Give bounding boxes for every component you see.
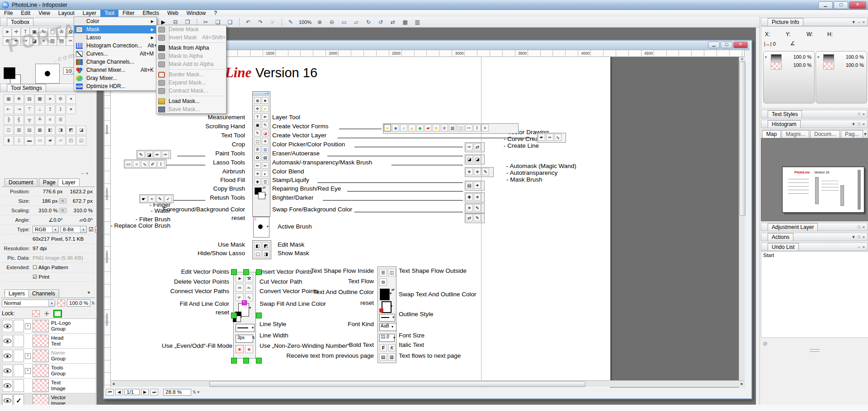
tool-icon[interactable]: ☀ <box>466 204 473 211</box>
menu-window[interactable]: Window <box>183 10 210 17</box>
align-tool-icon[interactable]: ⊤ <box>24 105 34 114</box>
tool-icon[interactable]: ✎ <box>482 168 489 175</box>
align-tool-icon[interactable]: ◱ <box>76 136 86 145</box>
next-page-icon[interactable]: ▶ <box>141 389 149 395</box>
align-tool-icon[interactable]: ▩ <box>35 94 45 104</box>
menu-file[interactable]: File <box>0 10 17 17</box>
tool-icon[interactable]: ✓ <box>165 195 172 202</box>
active-brush-box[interactable]: 5▾ <box>253 217 269 238</box>
tool-icon[interactable]: ✿ <box>254 154 261 161</box>
align-tool-icon[interactable]: ◨ <box>56 126 66 135</box>
align-tool-icon[interactable]: ▾ <box>66 105 76 114</box>
receive-text-icon[interactable]: ▤ <box>379 353 387 361</box>
menu-help[interactable]: ? <box>210 10 221 17</box>
splitter-handle[interactable] <box>810 349 820 352</box>
context-help-icon[interactable]: ☞ <box>267 17 278 27</box>
toolbox-tool-icon[interactable]: ✎ <box>39 28 48 37</box>
tab-document[interactable]: Document <box>5 178 38 186</box>
undo-icon[interactable]: ↶ <box>242 17 254 27</box>
align-tool-icon[interactable]: ╣ <box>14 115 24 125</box>
selection-handle[interactable] <box>243 269 249 275</box>
lock-transparency-icon[interactable] <box>32 310 40 317</box>
close-button[interactable]: ✕ <box>849 1 866 9</box>
active-brush-preview[interactable] <box>35 64 60 84</box>
tool-icon[interactable]: ✳ <box>466 168 473 175</box>
tool-icon[interactable]: ▣ <box>254 121 261 128</box>
align-tool-icon[interactable]: ◧ <box>45 126 55 135</box>
zoom-in-icon[interactable]: ⊕ <box>314 17 326 27</box>
selection-handle[interactable] <box>256 269 262 275</box>
layer-select-cell[interactable] <box>14 364 24 377</box>
spinner-icon[interactable]: ⇅ <box>252 336 255 340</box>
align-tool-icon[interactable]: ➤ <box>45 94 55 104</box>
tool-icon[interactable]: ◪ <box>474 155 481 163</box>
outline-style-select[interactable]: ▾ <box>379 314 395 322</box>
layer-visible-cell[interactable] <box>2 320 13 332</box>
undo-item[interactable]: Start <box>761 252 868 259</box>
align-tool-icon[interactable]: ◪ <box>76 126 86 135</box>
flip-icon[interactable]: ⇄ <box>387 17 399 27</box>
text-color-well[interactable] <box>380 289 390 300</box>
close-panel-icon[interactable]: × <box>863 112 865 117</box>
vector-form-icon[interactable]: ● <box>400 124 407 131</box>
horizontal-scrollbar[interactable]: ◀▶ <box>111 380 745 387</box>
blend-mode-select[interactable]: Normal▾ <box>2 299 55 307</box>
use-mask-icon[interactable]: ◧ <box>254 242 261 249</box>
align-tool-icon[interactable]: ⚙ <box>56 94 66 104</box>
align-tool-icon[interactable]: ▨ <box>24 94 34 104</box>
navigator-tab-magni[interactable]: Magni... <box>782 130 809 138</box>
mask-menu-item-mask-to-alpha[interactable]: Mask to Alpha <box>156 52 226 60</box>
tool-icon[interactable]: ⌇ <box>157 160 165 168</box>
zoom-spinner[interactable]: ⇅ <box>193 390 196 394</box>
dropdown-icon[interactable]: ▾ <box>392 325 393 329</box>
toolbox-tool-icon[interactable]: ▣ <box>30 28 39 37</box>
tool-icon[interactable]: ▤ <box>466 182 473 189</box>
tool-icon[interactable]: ◐ <box>262 170 269 177</box>
navigator-tab-map[interactable]: Map <box>762 130 781 138</box>
textflow-next-icon[interactable]: ▥ <box>388 353 396 361</box>
magenta-handle[interactable]: + <box>242 300 247 305</box>
text-flow-inside-icon[interactable]: ☰ <box>379 269 387 276</box>
edit-mask-icon[interactable]: ◩ <box>262 242 269 249</box>
font-size-select[interactable]: 11.0 <box>379 334 395 342</box>
prev-page-icon[interactable]: ◀ <box>115 389 123 395</box>
tool-icon[interactable]: ⇄ <box>474 143 481 150</box>
layer-select-cell[interactable] <box>14 335 24 347</box>
align-tool-icon[interactable]: ⇥ <box>14 105 24 114</box>
vector-form-icon[interactable]: ● <box>384 124 391 131</box>
tool-icon[interactable]: ☰ <box>262 178 269 185</box>
rotate-ccw-icon[interactable]: ↺ <box>375 17 387 27</box>
scroll-left-icon[interactable]: ◀ <box>112 382 114 386</box>
page-landscape-icon[interactable]: ▱ <box>350 17 362 27</box>
measure-icon[interactable]: ✎ <box>285 17 297 27</box>
mask-menu-item-load-mask[interactable]: Load Mask... <box>156 97 226 105</box>
mask-menu-item-mask-from-alpha[interactable]: Mask from Alpha <box>156 44 226 52</box>
selection-handle[interactable] <box>231 358 237 364</box>
doc-minimize-button[interactable]: ▁ <box>708 42 720 48</box>
lock-position-icon[interactable]: ✛ <box>44 310 49 317</box>
tool-icon[interactable]: ◪ <box>146 151 153 158</box>
lock-size-icon[interactable] <box>54 310 61 317</box>
dropdown-icon[interactable]: ▾ <box>817 55 819 59</box>
toolbox-tool-icon[interactable]: ◪ <box>30 37 39 46</box>
layer-visible-cell[interactable] <box>2 350 13 362</box>
expand-icon[interactable]: + <box>25 353 31 359</box>
layers-panel-menu-icon[interactable]: ▼ <box>87 290 93 296</box>
toolbox-tool-icon[interactable]: ✛ <box>12 28 21 37</box>
align-tool-icon[interactable]: ↧ <box>56 105 66 114</box>
vector-form-icon[interactable]: ✂ <box>465 124 472 131</box>
zoom-level[interactable]: 100% <box>297 17 313 27</box>
close-panel-icon[interactable]: × <box>863 235 865 239</box>
line-style-select[interactable]: ▾ <box>236 324 255 332</box>
align-tool-icon[interactable]: ▮ <box>4 136 14 145</box>
vector-tool-icon[interactable]: ⚒ <box>245 274 253 282</box>
vector-form-icon[interactable]: ◫ <box>457 124 464 131</box>
mask-menu-item-save-mask[interactable]: Save Mask... <box>156 105 226 113</box>
tool-icon[interactable]: ▭ <box>125 160 132 168</box>
tool-icon[interactable]: ✑ <box>546 134 553 141</box>
vector-form-icon[interactable]: ✕ <box>481 124 489 131</box>
minimize-button[interactable]: ▁ <box>818 1 833 9</box>
tool-menu-item-channel-mixer[interactable]: Channel Mixer...Alt+K <box>74 66 156 74</box>
tool-icon[interactable]: ✚ <box>466 193 473 201</box>
zoom-field[interactable]: 28.8 % <box>163 389 191 396</box>
